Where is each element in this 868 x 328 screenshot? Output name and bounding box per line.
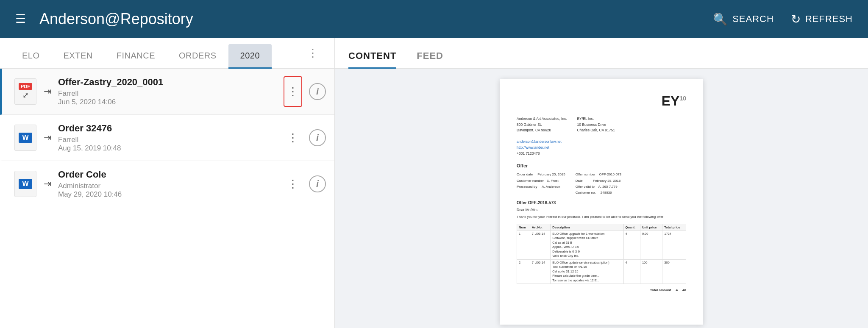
doc-name: Offer-Zastry_2020_0001 xyxy=(58,77,284,88)
preview-total: Total amount 4 40 xyxy=(517,288,686,292)
doc-author: Farrell xyxy=(58,89,284,98)
pdf-label: PDF xyxy=(19,83,32,90)
cell-num: 1 xyxy=(517,231,530,259)
preview-offer-title: Offer xyxy=(517,163,686,168)
col-num: Num xyxy=(517,224,530,231)
shortcut-icon: ⇥ xyxy=(44,86,51,97)
cell-art: 7-U06-14 xyxy=(530,231,550,259)
tab-exten[interactable]: EXTEN xyxy=(52,44,105,69)
refresh-label: REFRESH xyxy=(805,14,853,25)
tab-2020[interactable]: 2020 xyxy=(228,44,272,69)
doc-icon-wrapper: PDF ⤢ xyxy=(11,78,40,105)
doc-more-button[interactable]: ⋮ xyxy=(284,169,302,199)
doc-icon-wrapper: W xyxy=(11,171,40,197)
sender-web: http://www.ander.net xyxy=(517,145,567,151)
preview-sender-address: Anderson & Art Associates, Inc. 800 Gald… xyxy=(517,116,567,156)
tabs-more-icon[interactable]: ⋮ xyxy=(302,40,324,67)
preview-offer-id: Offer OFF-2016-573 xyxy=(517,200,686,205)
tab-elo[interactable]: ELO xyxy=(10,44,52,69)
col-qty: Quant. xyxy=(623,224,640,231)
cell-desc: ELO Office update service (subscription)… xyxy=(551,259,623,284)
doc-actions: ⋮ i xyxy=(284,76,326,107)
doc-info-button[interactable]: i xyxy=(309,175,326,192)
document-preview: EY10 Anderson & Art Associates, Inc. 800… xyxy=(335,69,868,328)
shortcut-icon: ⇥ xyxy=(44,178,51,189)
preview-dear: Dear Mr./Mrs.: xyxy=(517,208,686,212)
word-label: W xyxy=(19,179,32,189)
right-panel: CONTENT FEED EY10 Anderson & Art Associa… xyxy=(335,38,868,328)
shortcut-indicator: ⇥ xyxy=(44,86,53,97)
word-icon: W xyxy=(14,171,36,197)
tab-content[interactable]: CONTENT xyxy=(348,50,396,69)
document-list: PDF ⤢ ⇥ Offer-Zastry_2020_0001 Farrell J… xyxy=(0,69,334,328)
shortcut-indicator: ⇥ xyxy=(44,132,53,143)
cell-total: 1724 xyxy=(662,231,686,259)
shortcut-indicator: ⇥ xyxy=(44,178,53,189)
sender-line2: 800 Galdner St. xyxy=(517,122,567,128)
pdf-icon: PDF ⤢ xyxy=(14,78,36,105)
table-row: 1 7-U06-14 ELO Office upgrade for 1 work… xyxy=(517,231,686,259)
refresh-button[interactable]: ↻ REFRESH xyxy=(791,12,853,26)
doc-meta: Farrell Aug 15, 2019 10:48 xyxy=(58,136,284,153)
preview-meta-right: Offer number OFF-2016-573 Date February … xyxy=(576,172,621,196)
doc-info-button[interactable]: i xyxy=(309,129,326,146)
cell-qty: 4 xyxy=(623,259,640,284)
recipient-line1: EY/EL Inc. xyxy=(577,116,615,122)
preview-page: EY10 Anderson & Art Associates, Inc. 800… xyxy=(500,79,703,325)
doc-name: Order 32476 xyxy=(58,123,284,134)
meta-processed: Processed by A. Anderson xyxy=(517,184,565,190)
sender-email: anderson@andersonlaw.net xyxy=(517,139,567,145)
doc-meta: Administrator May 29, 2020 10:46 xyxy=(58,182,284,199)
tab-feed[interactable]: FEED xyxy=(417,50,443,69)
doc-author: Administrator xyxy=(58,182,284,190)
cell-desc: ELO Office upgrade for 1 workstationSoft… xyxy=(551,231,623,259)
doc-info: Offer-Zastry_2020_0001 Farrell Jun 5, 20… xyxy=(58,77,284,106)
col-artno: Art.No. xyxy=(530,224,550,231)
preview-offer-meta: Order date February 25, 2015 Customer nu… xyxy=(517,172,686,196)
main-container: ELO EXTEN FINANCE ORDERS 2020 ⋮ PDF ⤢ ⇥ xyxy=(0,38,868,328)
doc-date: Jun 5, 2020 14:06 xyxy=(58,98,284,106)
doc-info-button[interactable]: i xyxy=(309,83,326,100)
doc-more-button[interactable]: ⋮ xyxy=(284,122,302,153)
cell-qty: 4 xyxy=(623,231,640,259)
table-row[interactable]: PDF ⤢ ⇥ Offer-Zastry_2020_0001 Farrell J… xyxy=(0,69,334,115)
cell-num: 2 xyxy=(517,259,530,284)
sender-line1: Anderson & Art Associates, Inc. xyxy=(517,116,567,122)
meta-offer-num: Offer number OFF-2016-573 xyxy=(576,172,621,178)
table-row[interactable]: W ⇥ Order 32476 Farrell Aug 15, 2019 10:… xyxy=(0,115,334,161)
doc-info: Order Cole Administrator May 29, 2020 10… xyxy=(58,169,284,199)
logo-number: 10 xyxy=(679,95,686,102)
tab-finance[interactable]: FINANCE xyxy=(105,44,167,69)
col-desc: Description xyxy=(551,224,623,231)
cell-art: 7-U06-14 xyxy=(530,259,550,284)
preview-body: Thank you for your interest in our produ… xyxy=(517,214,686,220)
doc-meta: Farrell Jun 5, 2020 14:06 xyxy=(58,89,284,106)
meta-customer: Customer number S. Frost xyxy=(517,178,565,184)
search-icon: 🔍 xyxy=(713,12,728,26)
preview-meta-left: Order date February 25, 2015 Customer nu… xyxy=(517,172,565,196)
preview-address-block: Anderson & Art Associates, Inc. 800 Gald… xyxy=(517,116,686,156)
doc-more-button[interactable]: ⋮ xyxy=(284,76,302,107)
doc-name: Order Cole xyxy=(58,169,284,180)
meta-date: Date February 25, 2016 xyxy=(576,178,621,184)
doc-actions: ⋮ i xyxy=(284,169,326,199)
breadcrumb-tabs: ELO EXTEN FINANCE ORDERS 2020 ⋮ xyxy=(0,38,334,69)
preview-recipient-address: EY/EL Inc. 10 Business Drive Charles Oak… xyxy=(577,116,615,156)
doc-date: May 29, 2020 10:46 xyxy=(58,190,284,199)
search-label: SEARCH xyxy=(732,14,774,25)
cell-total: 300 xyxy=(662,259,686,284)
header-actions: 🔍 SEARCH ↻ REFRESH xyxy=(713,12,853,26)
preview-logo: EY10 xyxy=(517,94,686,108)
meta-valid-to: Offer valid to A. 265 7.779 xyxy=(576,184,621,190)
search-button[interactable]: 🔍 SEARCH xyxy=(713,12,774,26)
tab-orders[interactable]: ORDERS xyxy=(167,44,228,69)
table-row[interactable]: W ⇥ Order Cole Administrator May 29, 202… xyxy=(0,161,334,207)
logo-ey: EY xyxy=(662,93,680,108)
doc-date: Aug 15, 2019 10:48 xyxy=(58,144,284,153)
meta-cust-no: Customer no. 248936 xyxy=(576,190,621,196)
doc-info: Order 32476 Farrell Aug 15, 2019 10:48 xyxy=(58,123,284,153)
doc-actions: ⋮ i xyxy=(284,122,326,153)
hamburger-menu-icon[interactable]: ☰ xyxy=(15,13,26,25)
cell-unit: 0.00 xyxy=(640,231,662,259)
right-panel-tabs: CONTENT FEED xyxy=(335,38,868,69)
